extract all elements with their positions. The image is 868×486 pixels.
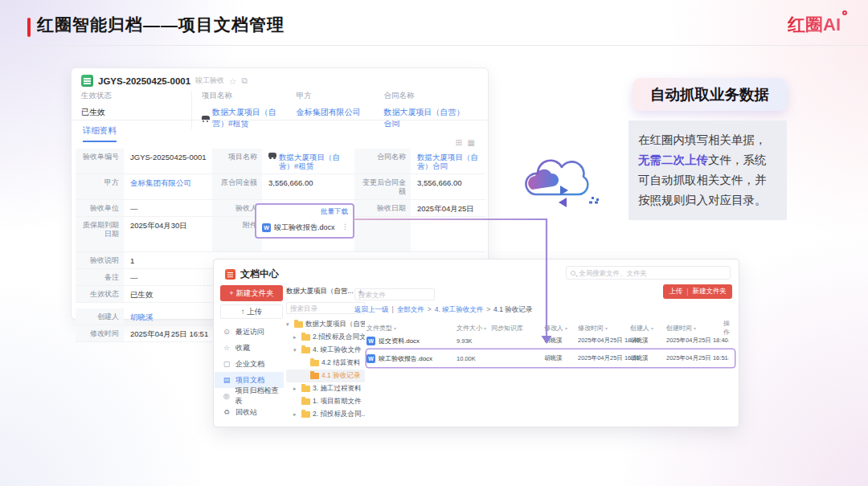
doc-center-icon	[225, 269, 235, 280]
col-creator[interactable]: 创建人	[630, 324, 666, 333]
field-label: 验收单位	[76, 200, 124, 217]
top-upload-button[interactable]: 上传	[669, 287, 682, 296]
tree-item-label: 1. 项目前期文件	[313, 397, 361, 406]
field-label: 备注	[76, 269, 124, 286]
sidebar-item-enterprise-docs[interactable]: ▢企业文档	[215, 356, 284, 372]
file-row-highlighted[interactable]: W竣工验收报告.docx 10.00K 胡晓溪 2025年04月25日 16:5…	[366, 349, 735, 367]
breadcrumb-back[interactable]: 返回上一级	[354, 305, 389, 315]
new-folder-button[interactable]: + 新建文件夹	[220, 285, 283, 301]
file-size: 10.00K	[457, 355, 491, 362]
search-directory-input[interactable]	[290, 304, 361, 312]
tree-item[interactable]: ▸2. 招投标及合同...	[286, 408, 365, 421]
caret-icon[interactable]: ▸	[293, 386, 299, 392]
page-title: 红圈智能归档——项目文档管理	[37, 14, 285, 36]
col-created-time[interactable]: 创建时间	[666, 324, 723, 333]
upload-newfolder-buttons[interactable]: 上传 | 新建文件夹	[663, 284, 732, 299]
contract-link[interactable]: 数据大厦项目（自营）合同	[411, 149, 485, 174]
sidebar-item-label: 最近访问	[235, 327, 264, 337]
tree-item[interactable]: ▸2.招投标及合同文件	[286, 331, 365, 344]
global-search-box[interactable]	[566, 266, 731, 280]
sidebar-item-label: 项目归档检查表	[235, 386, 284, 406]
brand-logo: 红圈AI	[788, 13, 841, 37]
search-directory-box[interactable]	[286, 302, 365, 314]
form-header: JGYS-20250425-0001 竣工验收 ☆ ⧉	[81, 75, 248, 87]
sidebar-item-recent[interactable]: ⊙最近访问	[215, 324, 284, 340]
field-label: 合同名称	[354, 149, 411, 174]
clock-icon: ⊙	[223, 328, 231, 336]
brand-logo-text: 红圈AI	[788, 14, 841, 35]
summary-status: 生效状态 已生效	[81, 91, 192, 129]
summary-contract-link[interactable]: 数据大厦项目（自营）合同	[383, 107, 472, 129]
callout-text: 在红圈内填写相关单据，	[638, 133, 767, 146]
col-modifier[interactable]: 修改人	[544, 324, 578, 333]
word-doc-icon: W	[262, 223, 271, 232]
caret-icon[interactable]: ▾	[293, 347, 299, 353]
project-link[interactable]: 数据大厦项目（自营）#租赁	[262, 149, 354, 174]
file-row[interactable]: W提交资料.docx 9.93K 胡晓溪 2025年04月25日 18:40 胡…	[366, 332, 735, 349]
summary-project-link[interactable]: 数据大厦项目（自营）#租赁	[202, 107, 289, 129]
search-file-input[interactable]	[358, 291, 431, 299]
global-search-input[interactable]	[579, 269, 726, 277]
col-file-type[interactable]: 文件类型	[366, 324, 457, 333]
table-view-icons[interactable]: ⊞ ▦	[455, 138, 477, 147]
doc-type-tag: 竣工验收	[195, 76, 224, 86]
col-file-size[interactable]: 文件大小	[457, 324, 491, 333]
sidebar-item-recycle-bin[interactable]: ♻回收站	[215, 404, 284, 420]
attachment-filename[interactable]: 竣工验收报告.docx	[274, 223, 335, 233]
tree-item[interactable]: ▾4. 竣工验收文件	[286, 344, 365, 357]
sidebar-item-archive-checklist[interactable]: ◎项目归档检查表	[215, 388, 284, 404]
caret-icon[interactable]: ▸	[293, 411, 299, 418]
tree-item-label: 3. 施工过程资料	[313, 384, 361, 394]
file-name[interactable]: W提交资料.docx	[366, 337, 457, 345]
tree-item[interactable]: ▸3. 施工过程资料	[286, 382, 365, 395]
party-a-link[interactable]: 金标集团有限公司	[124, 174, 212, 200]
cloud-sync-icon	[511, 149, 601, 217]
sidebar-item-favorites[interactable]: ☆收藏	[215, 340, 284, 356]
file-created-time: 2025年04月25日 18:40	[666, 337, 723, 345]
field-value: 3,556,666.00	[411, 174, 485, 200]
doc-center-title: 文档中心	[225, 268, 279, 281]
star-icon: ☆	[223, 344, 231, 352]
sidebar-item-label: 企业文档	[235, 359, 264, 370]
col-modified-time[interactable]: 修改时间	[578, 324, 630, 333]
summary-project-label: 项目名称	[202, 91, 289, 101]
top-new-folder-button[interactable]: 新建文件夹	[693, 287, 727, 296]
trash-icon: ♻	[223, 408, 231, 416]
summary-project: 项目名称 数据大厦项目（自营）#租赁	[202, 91, 297, 129]
folder-icon	[294, 321, 303, 328]
row-more-icon[interactable]: ⋯	[723, 355, 735, 362]
breadcrumb-arrow: >	[486, 305, 490, 315]
tree-item[interactable]: 1. 项目前期文件	[286, 395, 365, 408]
tree-item-acceptance-records[interactable]: 4.1 验收记录	[286, 370, 365, 382]
tree-item[interactable]: 4.2 结算资料	[286, 357, 365, 370]
tree-item-label: 2.招投标及合同文件	[313, 333, 365, 342]
open-external-icon[interactable]: ⧉	[242, 76, 248, 86]
upload-button[interactable]: ↑ 上传	[220, 304, 283, 319]
favorite-star-icon[interactable]: ☆	[229, 76, 236, 86]
project-tab[interactable]: 数据大厦项目（自营...+	[286, 285, 365, 298]
file-name[interactable]: W竣工验收报告.docx	[366, 354, 457, 363]
search-file-box[interactable]	[354, 288, 435, 300]
caret-icon[interactable]: ▸	[293, 334, 299, 341]
batch-download-link[interactable]: 批量下载	[321, 207, 348, 217]
slide: 红圈智能归档——项目文档管理 红圈AI JGYS-20250425-0001 竣…	[0, 0, 868, 486]
breadcrumb-root[interactable]: 全部文件	[397, 305, 424, 315]
col-sync-kb: 同步知识库	[491, 324, 544, 333]
callout-title: 自动抓取业务数据	[633, 78, 787, 111]
header-divider	[0, 45, 868, 46]
breadcrumb-mid[interactable]: 4. 竣工验收文件	[435, 305, 483, 315]
attachment-more-icon[interactable]: ⋮	[342, 223, 349, 231]
callout-highlight-text: 无需二次上传	[638, 153, 708, 166]
summary-project-text[interactable]: 数据大厦项目（自营）#租赁	[212, 107, 289, 129]
caret-icon[interactable]: ▾	[286, 321, 292, 328]
tab-detail-info[interactable]: 详细资料	[83, 125, 117, 142]
summary-party-a-link[interactable]: 金标集团有限公司	[297, 107, 376, 118]
project-tab-label: 数据大厦项目（自营...	[286, 287, 354, 296]
upload-icon: ↑	[241, 307, 245, 316]
row-more-icon[interactable]: ⋯	[723, 337, 735, 345]
summary-contract: 合同名称 数据大厦项目（自营）合同	[383, 91, 480, 129]
attachment-file[interactable]: W竣工验收报告.docx	[262, 223, 335, 233]
logo-degree-mark	[842, 10, 847, 15]
project-link-text[interactable]: 数据大厦项目（自营）#租赁	[279, 153, 351, 170]
tree-item-project-root[interactable]: ▾数据大厦项目（自营..	[286, 318, 365, 331]
